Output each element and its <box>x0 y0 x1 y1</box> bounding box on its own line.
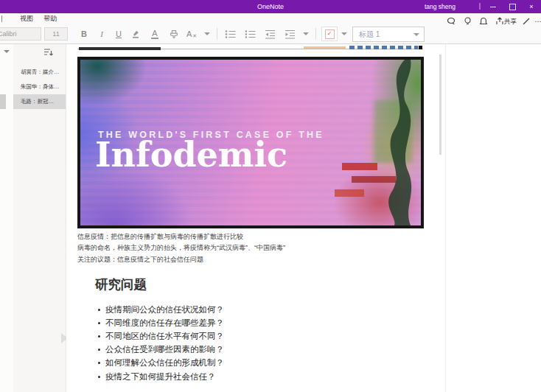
clipped-link-fragment <box>349 46 418 49</box>
font-color-letter: A <box>152 29 157 37</box>
infodemic-image[interactable]: THE WORLD'S FIRST CASE OF THE Infodemic <box>77 57 424 228</box>
page-item-selected[interactable]: 毛路：新冠… <box>13 94 66 109</box>
bullet-list-button[interactable] <box>223 27 237 41</box>
font-name-value: Calibri <box>0 30 17 38</box>
clear-formatting-button[interactable]: A ✕ <box>184 27 199 41</box>
bold-button[interactable]: B <box>77 27 91 41</box>
list-item-text: 疫情之下如何提升社会信任？ <box>105 371 216 382</box>
list-item[interactable]: 如何理解公众信任的形成机制？ <box>98 357 224 370</box>
maximize-icon <box>509 4 516 10</box>
close-icon: × <box>529 3 533 10</box>
highlighter-icon <box>130 29 141 39</box>
page-item[interactable]: 朱国华：身体… <box>13 80 66 94</box>
list-item[interactable]: 公众信任受到哪些因素的影响？ <box>98 343 224 357</box>
bullet-icon <box>98 309 100 311</box>
font-size-value: 11 <box>52 30 59 38</box>
glitch-decoration <box>335 189 364 197</box>
format-painter-button[interactable] <box>167 27 181 41</box>
chevron-down-icon[interactable] <box>341 32 347 35</box>
clear-formatting-x-icon: ✕ <box>192 33 197 39</box>
list-item[interactable]: 疫情期间公众的信任状况如何？ <box>98 303 224 316</box>
list-item-text: 疫情期间公众的信任状况如何？ <box>105 304 224 315</box>
todo-checkbox-icon: ✓ <box>325 29 335 39</box>
font-size-select[interactable]: 11 <box>44 27 68 41</box>
note-paragraph[interactable]: 关注的议题：信息疫情之下的社会信任问题 <box>77 254 439 265</box>
minimize-icon <box>490 7 496 7</box>
note-paragraphs: 信息疫情：把信息的传播扩散与病毒的传播扩散进行比较 病毒的命名，种族主义势力的抬… <box>77 231 439 265</box>
indent-icon <box>285 29 296 39</box>
italic-button[interactable]: I <box>94 27 109 41</box>
menubar <box>0 13 541 24</box>
bullet-icon <box>98 349 100 351</box>
more-options-button[interactable]: … <box>534 15 541 25</box>
page-item[interactable]: 胡翼青：媒介… <box>13 65 66 80</box>
note-paragraph[interactable]: 病毒的命名，种族主义势力的抬头，将疫情称为“武汉病毒”、“中国病毒” <box>77 242 439 253</box>
todo-tag-button[interactable]: ✓ <box>321 27 338 41</box>
note-heading[interactable]: 研究问题 <box>95 276 147 293</box>
note-bullet-list: 疫情期间公众的信任状况如何？ 不同维度的信任存在哪些差异？ 不同地区的信任水平有… <box>98 303 224 383</box>
resize-handle[interactable] <box>419 46 422 49</box>
sort-icon <box>43 48 53 57</box>
font-name-select[interactable]: Calibri <box>0 27 41 41</box>
highlighter-button[interactable] <box>128 27 143 41</box>
list-item[interactable]: 不同维度的信任存在哪些差异？ <box>98 316 224 329</box>
clear-formatting-letter: A <box>186 29 192 38</box>
notebook-chevron-down-icon[interactable] <box>4 50 10 53</box>
section-highlight-fragment <box>0 94 6 109</box>
menu-view[interactable]: 视图 <box>20 13 33 24</box>
increase-indent-button[interactable] <box>282 27 297 41</box>
bullet-icon <box>98 362 100 364</box>
list-item[interactable]: 不同地区的信任水平有何不同？ <box>98 329 224 343</box>
onenote-window: OneNote tang sheng | × 视图 帮助 <box>0 0 541 392</box>
list-item[interactable]: 疫情之下如何提升社会信任？ <box>98 370 224 383</box>
font-color-bar-icon <box>151 38 158 39</box>
list-item-text: 不同地区的信任水平有何不同？ <box>105 331 224 342</box>
bullet-icon <box>98 322 100 324</box>
vertical-scrollbar-thumb[interactable] <box>439 55 441 155</box>
font-color-button[interactable]: A <box>147 27 162 41</box>
underline-button[interactable]: U <box>111 27 126 41</box>
paintbrush-icon <box>169 29 179 39</box>
chevron-down-icon[interactable] <box>204 32 210 35</box>
image-title-text: Infodemic <box>95 136 287 174</box>
titlebar-separator: | <box>479 0 481 13</box>
close-button[interactable]: × <box>522 0 541 13</box>
titlebar: OneNote tang sheng | × <box>0 0 541 13</box>
note-paragraph[interactable]: 信息疫情：把信息的传播扩散与病毒的传播扩散进行比较 <box>77 231 439 242</box>
list-item-text: 如何理解公众信任的形成机制？ <box>105 357 224 368</box>
decrease-indent-button[interactable] <box>262 27 277 41</box>
minimize-button[interactable] <box>484 0 503 13</box>
canvas-divider <box>445 44 446 392</box>
app-title: OneNote <box>0 0 541 13</box>
bullet-icon <box>98 376 100 378</box>
toolbar-divider <box>315 28 316 40</box>
clipped-highlight-fragment <box>304 46 346 49</box>
paragraph-style-select[interactable]: 标题 1 <box>352 27 425 42</box>
numbered-list-icon <box>245 29 256 39</box>
maximize-button[interactable] <box>503 0 522 13</box>
list-item-text: 公众信任受到哪些因素的影响？ <box>105 344 224 355</box>
sort-pages-button[interactable] <box>42 46 54 58</box>
numbered-list-button[interactable] <box>242 27 257 41</box>
account-button[interactable]: tang sheng <box>425 0 456 13</box>
horizontal-scrollbar-thumb[interactable] <box>79 47 161 50</box>
bullet-list-icon <box>225 29 236 39</box>
chevron-down-icon[interactable] <box>303 32 309 35</box>
menu-help[interactable]: 帮助 <box>43 13 57 24</box>
list-item-text: 不同维度的信任存在哪些差异？ <box>105 318 224 329</box>
toolbar-divider <box>217 28 217 40</box>
menu-edge-fragment <box>1 15 2 22</box>
leaf-shape <box>362 60 421 225</box>
paragraph-style-value: 标题 1 <box>359 30 380 38</box>
outdent-icon <box>265 29 276 39</box>
chevron-down-icon <box>413 33 419 36</box>
bullet-icon <box>98 335 100 337</box>
